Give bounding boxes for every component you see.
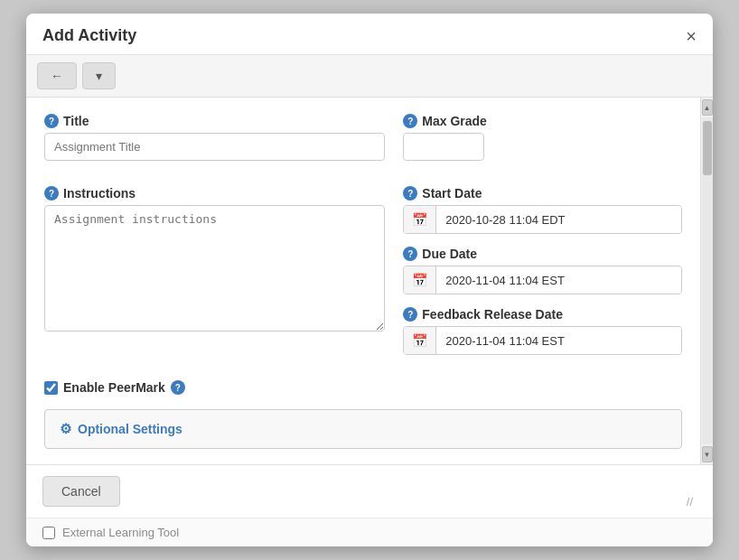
scrollbar-track [702, 117, 713, 444]
peermark-row: Enable PeerMark ? [44, 380, 682, 395]
feedback-date-group: ? Feedback Release Date 📅 [403, 307, 682, 355]
maxgrade-column: ? Max Grade [403, 114, 682, 173]
dates-column: ? Start Date 📅 ? Du [403, 186, 682, 368]
instructions-textarea[interactable] [44, 205, 385, 331]
scrollbar-down-button[interactable]: ▼ [702, 446, 713, 462]
instructions-group: ? Instructions [44, 186, 385, 334]
external-tool-checkbox[interactable] [42, 527, 55, 539]
feedback-date-input[interactable] [436, 328, 681, 354]
footer: Cancel // [26, 464, 713, 518]
feedback-date-wrapper: 📅 [403, 326, 682, 355]
due-date-calendar-icon[interactable]: 📅 [404, 266, 436, 294]
instructions-column: ? Instructions [44, 186, 385, 368]
scroll-area: ? Title ? Max Grade [26, 98, 713, 464]
due-date-help-icon[interactable]: ? [403, 247, 417, 261]
title-label: ? Title [44, 114, 385, 128]
modal-body: ? Title ? Max Grade [26, 98, 700, 464]
close-button[interactable]: × [686, 27, 697, 45]
start-date-calendar-icon[interactable]: 📅 [404, 206, 436, 233]
peermark-label: Enable PeerMark [63, 380, 165, 395]
title-column: ? Title [44, 114, 385, 173]
external-tool-bar: External Learning Tool [26, 518, 713, 546]
resize-handle: // [687, 495, 693, 509]
start-date-help-icon[interactable]: ? [403, 186, 417, 201]
start-date-wrapper: 📅 [403, 205, 682, 234]
scrollbar-up-button[interactable]: ▲ [702, 99, 713, 116]
back-button[interactable]: ← [37, 62, 77, 89]
due-date-label: ? Due Date [403, 247, 682, 261]
due-date-group: ? Due Date 📅 [403, 247, 682, 294]
feedback-date-help-icon[interactable]: ? [403, 307, 417, 322]
modal-header: Add Activity × [26, 14, 713, 55]
title-maxgrade-row: ? Title ? Max Grade [44, 114, 682, 173]
instructions-label: ? Instructions [44, 186, 385, 201]
peermark-checkbox[interactable] [44, 381, 58, 395]
instructions-help-icon[interactable]: ? [44, 186, 59, 201]
scrollbar: ▲ ▼ [700, 98, 713, 464]
cancel-button[interactable]: Cancel [42, 476, 120, 507]
optional-settings-label[interactable]: ⚙ Optional Settings [60, 421, 667, 437]
due-date-wrapper: 📅 [403, 266, 682, 294]
optional-settings-section[interactable]: ⚙ Optional Settings [44, 409, 682, 449]
scrollbar-thumb[interactable] [703, 121, 712, 175]
external-tool-label: External Learning Tool [62, 526, 179, 539]
feedback-date-label: ? Feedback Release Date [403, 307, 682, 322]
modal-overlay: Add Activity × ← ▾ ? Title [0, 0, 739, 560]
feedback-date-calendar-icon[interactable]: 📅 [404, 327, 436, 354]
dropdown-button[interactable]: ▾ [82, 62, 116, 89]
bottom-area: Cancel // External Learning Tool [26, 464, 713, 546]
start-date-label: ? Start Date [403, 186, 682, 201]
start-date-group: ? Start Date 📅 [403, 186, 682, 234]
max-grade-input[interactable] [403, 133, 484, 161]
title-input[interactable] [44, 133, 385, 161]
maxgrade-help-icon[interactable]: ? [403, 114, 417, 128]
start-date-input[interactable] [436, 207, 681, 233]
gear-icon: ⚙ [60, 421, 71, 437]
toolbar: ← ▾ [26, 55, 713, 98]
modal-title: Add Activity [42, 26, 136, 45]
title-group: ? Title [44, 114, 385, 161]
maxgrade-group: ? Max Grade [403, 114, 682, 161]
maxgrade-label: ? Max Grade [403, 114, 682, 128]
instructions-dates-row: ? Instructions ? Start Date [44, 186, 682, 368]
title-help-icon[interactable]: ? [44, 114, 59, 128]
peermark-help-icon[interactable]: ? [171, 380, 185, 395]
due-date-input[interactable] [436, 267, 681, 294]
add-activity-modal: Add Activity × ← ▾ ? Title [26, 14, 713, 546]
